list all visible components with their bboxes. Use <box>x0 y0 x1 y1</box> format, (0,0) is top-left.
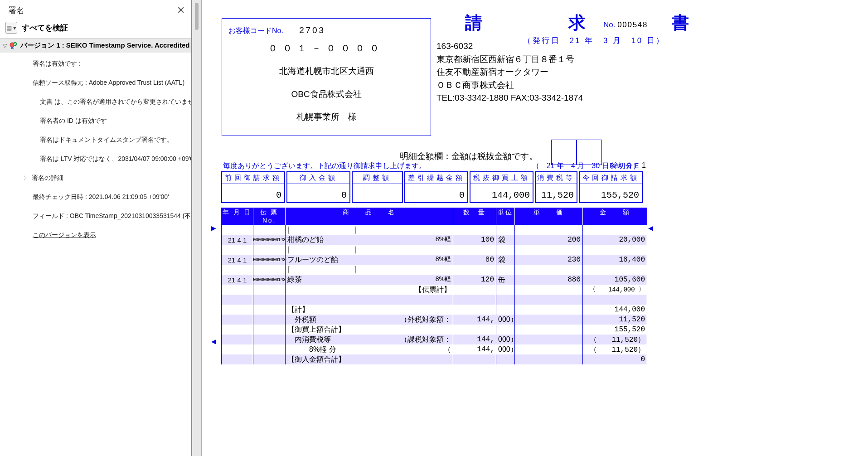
detail-header-cell: 単 価 <box>515 208 583 225</box>
detail-header-cell: 金 額 <box>583 208 647 225</box>
document-viewport[interactable]: 請 求 書 （発行日 21 年 3 月 10 日） No. 000548 お客様… <box>202 0 868 456</box>
sender-block: 163-6032 東京都新宿区西新宿６丁目８番１号 住友不動産新宿オークタワー … <box>436 40 583 105</box>
summary-value <box>353 184 402 202</box>
detail-table: 年 月 日伝 票 No.商 品 名数 量単位単 価金 額 [ ]21 4 100… <box>221 208 647 364</box>
table-cell <box>253 325 286 335</box>
table-cell <box>583 295 647 305</box>
table-cell: 144, <box>453 315 496 325</box>
sig-valid: 署名は有効です : <box>11 54 191 73</box>
table-cell <box>253 285 286 295</box>
table-cell: 000） <box>496 315 515 325</box>
table-cell <box>583 225 647 235</box>
sender-company: ＯＢＣ商事株式会社 <box>436 79 583 92</box>
table-cell <box>221 354 253 364</box>
summary-header: 差引繰越金額 <box>405 172 467 184</box>
table-row: 8%軽 分（144,000）（ 11,520） <box>221 344 647 354</box>
table-cell <box>496 354 515 364</box>
close-icon[interactable]: ✕ <box>177 5 185 16</box>
table-cell: [ ] <box>286 265 453 275</box>
table-cell: [ ] <box>286 245 453 255</box>
table-cell <box>221 295 253 305</box>
table-cell <box>453 265 496 275</box>
table-cell <box>453 225 496 235</box>
summary-value: 155,520 <box>580 184 642 202</box>
table-row: 内消費税等（課税対象額：144,000）（ 11,520） <box>221 335 647 344</box>
table-cell <box>453 295 496 305</box>
summary-header: 御入金額 <box>287 172 349 184</box>
certificate-badge-icon <box>10 42 18 50</box>
sig-field: フィールド : OBC TimeStamp_20210310033531544 … <box>11 207 191 226</box>
summary-col: 差引繰越金額0 <box>404 171 468 203</box>
table-cell <box>515 354 583 364</box>
table-cell: [ ] <box>286 225 453 235</box>
table-cell: 21 4 1 <box>221 255 253 265</box>
summary-header: 税抜御買上額 <box>470 172 533 184</box>
table-cell <box>221 305 253 315</box>
table-cell: 袋 <box>496 255 515 265</box>
signature-detail-toggle[interactable]: 〉 署名の詳細 <box>11 169 191 188</box>
table-cell: 11,520 <box>583 315 647 325</box>
table-cell <box>253 225 286 235</box>
panel-scrollbar[interactable] <box>192 0 202 456</box>
table-cell <box>221 265 253 275</box>
table-cell: 【伝票計】 <box>286 285 453 295</box>
table-cell <box>221 285 253 295</box>
summary-value: 11,520 <box>536 184 577 202</box>
table-cell <box>496 225 515 235</box>
table-cell <box>453 305 496 315</box>
table-cell: 000） <box>496 335 515 344</box>
table-row: [ ] <box>221 225 647 235</box>
summary-value: 0 <box>287 184 349 202</box>
panel-options-button[interactable]: ▤ ▾ <box>5 22 17 34</box>
table-cell: 袋 <box>496 235 515 245</box>
detail-header-cell: 伝 票 No. <box>253 208 286 225</box>
table-cell <box>496 295 515 305</box>
detail-body: [ ]21 4 1000000000001435柑橘のど飴8%軽100袋2002… <box>221 225 647 364</box>
table-cell <box>583 265 647 275</box>
table-row: 【計】144,000 <box>221 305 647 315</box>
signature-tree: 署名は有効です : 信頼ソース取得元 : Adobe Approved Trus… <box>0 53 191 245</box>
sender-addr1: 東京都新宿区西新宿６丁目８番１号 <box>436 53 583 66</box>
page-number: 1 <box>642 161 646 170</box>
verify-all-button[interactable]: すべてを検証 <box>22 23 68 33</box>
table-cell: 【計】 <box>286 305 453 315</box>
table-cell <box>515 285 583 295</box>
table-cell: 000000000001435 <box>253 275 286 285</box>
right-marker-icon: ◀ <box>648 224 653 232</box>
table-cell: 880 <box>515 275 583 285</box>
table-cell <box>253 245 286 255</box>
chevron-right-icon: 〉 <box>24 175 29 182</box>
page-label: ＰＡＧＥ <box>608 161 642 171</box>
summary-header: 調整額 <box>353 172 402 184</box>
summary-col: 消費税等11,520 <box>535 171 577 203</box>
table-cell: 21 4 1 <box>221 275 253 285</box>
table-cell: 144, <box>453 344 496 354</box>
table-cell <box>515 325 583 335</box>
table-cell <box>253 335 286 344</box>
table-cell: 000000000001435 <box>253 235 286 245</box>
table-cell: 内消費税等（課税対象額： <box>286 335 453 344</box>
summary-value: 0 <box>222 184 284 202</box>
table-cell <box>515 225 583 235</box>
table-cell <box>453 325 496 335</box>
table-cell <box>253 354 286 364</box>
summary-header: 今回御請求額 <box>580 172 642 184</box>
table-cell: 18,400 <box>583 255 647 265</box>
customer-address: 北海道札幌市北区大通西 <box>228 64 424 78</box>
table-cell: 80 <box>453 255 496 265</box>
customer-code-label: お客様コードNo. <box>228 27 283 34</box>
table-cell: （ 11,520） <box>583 344 647 354</box>
table-cell: 100 <box>453 235 496 245</box>
signature-version-row[interactable]: ▽ バージョン 1 : SEIKO Timestamp Service. Acc… <box>0 39 191 53</box>
summary-value: 0 <box>405 184 467 202</box>
table-row: 21 4 1000000000001435緑茶8%軽120缶880105,600 <box>221 275 647 285</box>
amount-note: 明細金額欄：金額は税抜金額です。 <box>400 150 538 162</box>
summary-col: 税抜御買上額144,000 <box>470 171 533 203</box>
table-cell <box>253 295 286 305</box>
summary-header: 前回御請求額 <box>222 172 284 184</box>
table-row: 【御入金額合計】0 <box>221 354 647 364</box>
table-cell <box>496 265 515 275</box>
show-version-link[interactable]: このバージョンを表示 <box>11 226 191 245</box>
summary-col: 御入金額0 <box>286 171 350 203</box>
left-marker2-icon: ◀ <box>211 338 216 345</box>
